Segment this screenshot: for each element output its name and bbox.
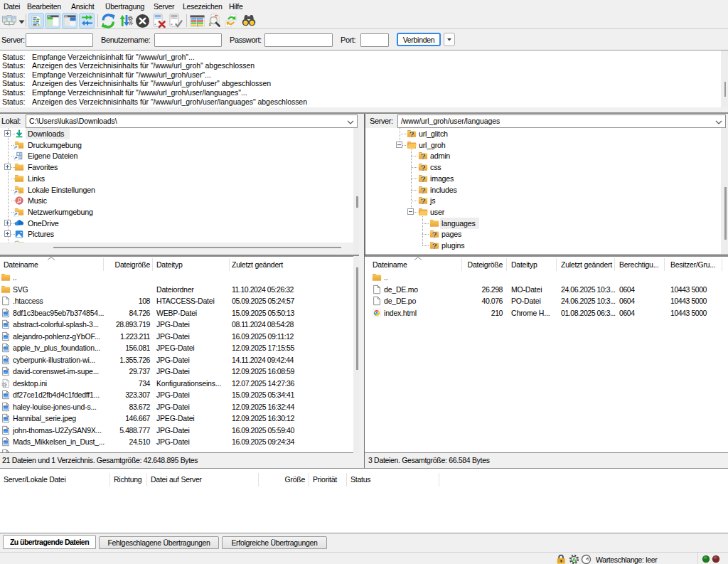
svg-text:A: A [572, 555, 577, 563]
